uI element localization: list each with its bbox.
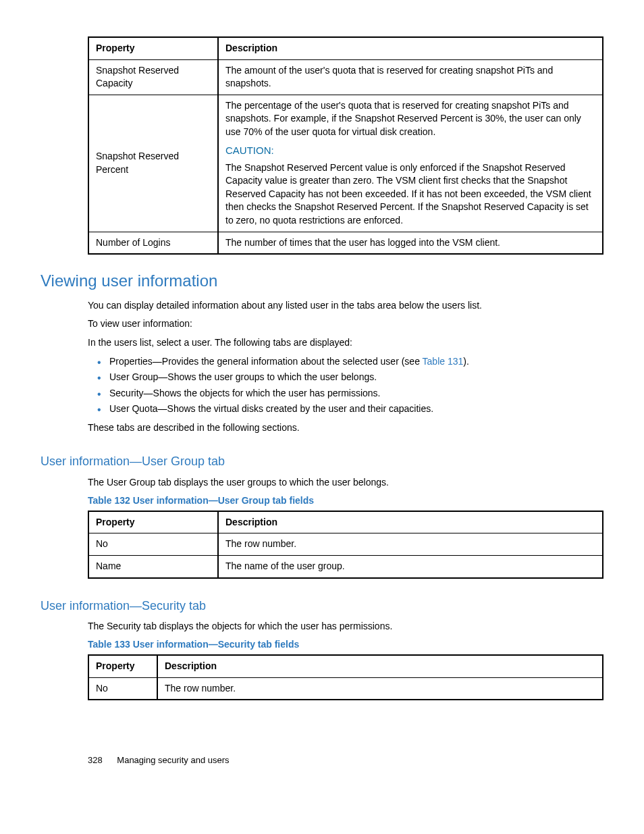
- list-item-text: ).: [463, 356, 469, 367]
- cell-property: No: [88, 677, 157, 700]
- body-paragraph: You can display detailed information abo…: [88, 299, 603, 313]
- caution-label: CAUTION:: [225, 143, 595, 157]
- table-header-property: Property: [88, 511, 218, 533]
- body-paragraph: These tabs are described in the followin…: [88, 421, 603, 435]
- cell-description: The row number.: [157, 677, 603, 700]
- cell-property: Snapshot Reserved Capacity: [88, 59, 218, 95]
- table-row: No The row number.: [88, 533, 603, 556]
- table-row: Number of Logins The number of times tha…: [88, 232, 603, 254]
- table-properties-continued: Property Description Snapshot Reserved C…: [88, 36, 603, 255]
- cell-description: The amount of the user's quota that is r…: [218, 59, 603, 95]
- body-paragraph: In the users list, select a user. The fo…: [88, 336, 603, 350]
- cell-property: Name: [88, 556, 218, 578]
- table-header-property: Property: [88, 37, 218, 59]
- subsection-heading-user-group-tab: User information—User Group tab: [41, 453, 603, 470]
- body-paragraph: The User Group tab displays the user gro…: [88, 476, 603, 490]
- cell-description: The percentage of the user's quota that …: [218, 95, 603, 232]
- body-paragraph: The Security tab displays the objects fo…: [88, 620, 603, 633]
- table-header-property: Property: [88, 655, 157, 677]
- table-caption-133: Table 133 User information—Security tab …: [88, 638, 603, 652]
- page-number: 328: [88, 755, 103, 765]
- table-row: Snapshot Reserved Percent The percentage…: [88, 95, 603, 232]
- chapter-title: Managing security and users: [117, 755, 229, 765]
- cell-paragraph: The Snapshot Reserved Percent value is o…: [225, 161, 595, 228]
- table-header-description: Description: [218, 511, 603, 533]
- link-table-131[interactable]: Table 131: [423, 356, 464, 367]
- table-row: Name The name of the user group.: [88, 556, 603, 578]
- cell-description: The row number.: [218, 533, 603, 556]
- table-row: Snapshot Reserved Capacity The amount of…: [88, 59, 603, 95]
- body-paragraph: To view user information:: [88, 317, 603, 331]
- cell-property: No: [88, 533, 218, 556]
- cell-description: The number of times that the user has lo…: [218, 232, 603, 254]
- cell-paragraph: The percentage of the user's quota that …: [225, 99, 595, 139]
- table-132: Property Description No The row number. …: [88, 511, 603, 579]
- table-row: No The row number.: [88, 677, 603, 700]
- list-item: Security—Shows the objects for which the…: [97, 387, 603, 400]
- cell-property: Number of Logins: [88, 232, 218, 254]
- section-heading-viewing-user-information: Viewing user information: [41, 269, 603, 292]
- cell-description: The name of the user group.: [218, 556, 603, 578]
- table-header-description: Description: [157, 655, 603, 677]
- list-item: User Quota—Shows the virtual disks creat…: [97, 402, 603, 416]
- bullet-list: Properties—Provides the general informat…: [97, 355, 603, 416]
- list-item: User Group—Shows the user groups to whic…: [97, 371, 603, 384]
- list-item: Properties—Provides the general informat…: [97, 355, 603, 369]
- table-header-description: Description: [218, 37, 603, 59]
- table-caption-132: Table 132 User information—User Group ta…: [88, 494, 603, 508]
- cell-property: Snapshot Reserved Percent: [88, 95, 218, 232]
- subsection-heading-security-tab: User information—Security tab: [41, 598, 603, 615]
- page-footer: 328 Managing security and users: [41, 754, 603, 766]
- table-133: Property Description No The row number.: [88, 654, 603, 700]
- list-item-text: Properties—Provides the general informat…: [109, 356, 423, 367]
